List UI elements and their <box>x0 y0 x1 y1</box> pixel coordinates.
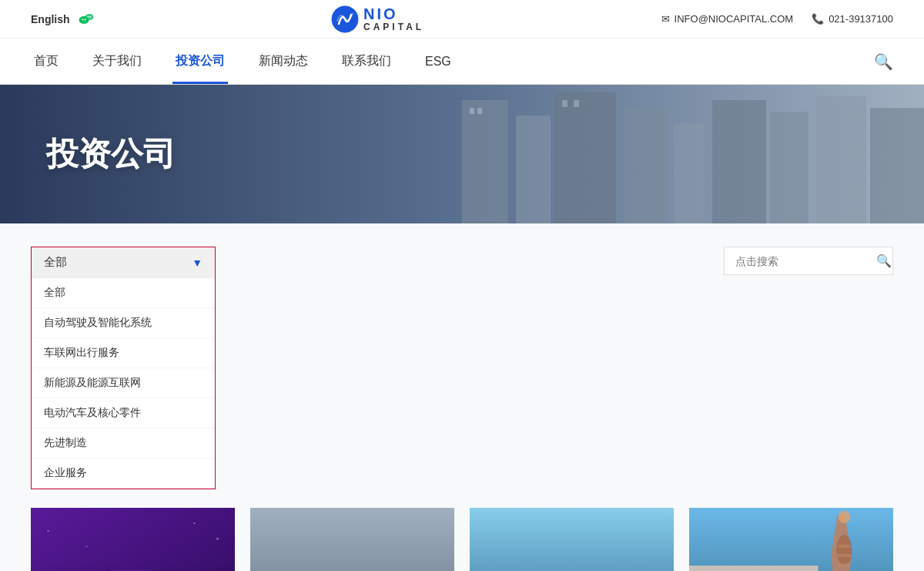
svg-point-73 <box>837 535 852 566</box>
main-content: 全部 ▼ 全部 自动驾驶及智能化系统 车联网出行服务 新能源及能源互联网 电动汽… <box>0 223 924 571</box>
svg-point-3 <box>85 14 93 20</box>
svg-point-35 <box>194 522 196 524</box>
card-1[interactable]: 研发自动驾驶、智能新能源技术和物流大数据智能重卡车 <box>31 508 235 571</box>
dropdown-selected[interactable]: 全部 ▼ <box>32 247 215 277</box>
svg-rect-15 <box>816 96 866 223</box>
svg-point-34 <box>86 546 88 547</box>
nav-bar: 首页 关于我们 投资公司 新闻动态 联系我们 ESG 🔍 <box>0 39 924 85</box>
svg-rect-9 <box>516 116 551 223</box>
svg-rect-51 <box>470 508 674 571</box>
dropdown-arrow-icon: ▼ <box>192 257 203 269</box>
phone-icon: 📞 <box>812 13 824 25</box>
svg-rect-18 <box>477 108 482 114</box>
svg-point-32 <box>48 530 49 532</box>
svg-rect-12 <box>674 123 705 223</box>
nav-esg[interactable]: ESG <box>422 39 454 84</box>
card-image-4: 奥动新能源 <box>689 508 893 571</box>
svg-rect-80 <box>689 566 819 571</box>
wechat-icon[interactable] <box>78 11 95 28</box>
nav-home[interactable]: 首页 <box>31 39 62 84</box>
svg-point-5 <box>89 15 91 17</box>
svg-rect-8 <box>462 100 508 223</box>
search-icon[interactable]: 🔍 <box>876 254 892 268</box>
svg-rect-71 <box>689 508 893 571</box>
category-dropdown[interactable]: 全部 ▼ 全部 自动驾驶及智能化系统 车联网出行服务 新能源及能源互联网 电动汽… <box>31 247 216 489</box>
dropdown-list: 全部 自动驾驶及智能化系统 车联网出行服务 新能源及能源互联网 电动汽车及核心零… <box>32 277 215 489</box>
svg-point-4 <box>87 15 89 17</box>
phone-contact: 📞 021-39137100 <box>812 13 893 25</box>
card-image-3: pony ai 小马智行 <box>470 508 674 571</box>
svg-rect-13 <box>712 100 766 223</box>
capital-text: CAPITAL <box>363 22 424 32</box>
nav-links: 首页 关于我们 投资公司 新闻动态 联系我们 ESG <box>31 39 454 84</box>
svg-rect-16 <box>870 108 924 223</box>
dropdown-option-4[interactable]: 电动汽车及核心零件 <box>32 398 215 428</box>
card-4[interactable]: 奥动新能源 新能源汽车换电技术和解决方案提供方 <box>689 508 893 571</box>
dropdown-option-0[interactable]: 全部 <box>32 278 215 308</box>
svg-rect-20 <box>574 100 579 107</box>
language-label[interactable]: English <box>31 13 70 25</box>
top-bar: English NIO CAPITAL ✉ <box>0 0 924 39</box>
dropdown-value: 全部 <box>44 255 67 270</box>
search-box[interactable]: 🔍 <box>724 247 893 275</box>
nav-contact[interactable]: 联系我们 <box>339 39 394 84</box>
nio-logo-icon <box>331 5 359 33</box>
svg-rect-76 <box>839 563 851 566</box>
email-contact: ✉ INFO@NIOCAPITAL.COM <box>661 13 794 25</box>
svg-rect-74 <box>839 545 851 548</box>
email-address[interactable]: INFO@NIOCAPITAL.COM <box>675 13 794 25</box>
cards-grid: 研发自动驾驶、智能新能源技术和物流大数据智能重卡车 <box>31 508 893 571</box>
svg-rect-19 <box>562 100 567 107</box>
dropdown-option-1[interactable]: 自动驾驶及智能化系统 <box>32 308 215 338</box>
svg-rect-36 <box>250 508 454 571</box>
filter-search-row: 全部 ▼ 全部 自动驾驶及智能化系统 车联网出行服务 新能源及能源互联网 电动汽… <box>31 247 893 489</box>
hero-title: 投资公司 <box>46 133 176 176</box>
svg-rect-11 <box>624 108 666 223</box>
card-3[interactable]: pony ai 小马智行 致力于构建安全、先进、可靠的自动驾驶技术 <box>470 508 674 571</box>
email-icon: ✉ <box>661 13 670 25</box>
dropdown-option-2[interactable]: 车联网出行服务 <box>32 338 215 368</box>
top-bar-left: English <box>31 11 95 28</box>
svg-rect-10 <box>554 92 616 223</box>
nav-news[interactable]: 新闻动态 <box>256 39 311 84</box>
svg-point-2 <box>84 18 85 20</box>
contact-info: ✉ INFO@NIOCAPITAL.COM 📞 021-39137100 <box>661 13 893 25</box>
hero-banner: 投资公司 <box>0 85 924 223</box>
nav-about[interactable]: 关于我们 <box>89 39 145 84</box>
search-input[interactable] <box>735 255 870 267</box>
dropdown-option-6[interactable]: 企业服务 <box>32 458 215 489</box>
svg-rect-21 <box>31 508 235 571</box>
svg-rect-17 <box>470 108 474 114</box>
nio-text: NIO <box>363 5 424 22</box>
nav-search-icon[interactable]: 🔍 <box>874 52 893 71</box>
logo-area[interactable]: NIO CAPITAL <box>331 5 424 33</box>
card-image-1 <box>31 508 235 571</box>
svg-rect-14 <box>770 112 808 223</box>
card-image-2: Momenta <box>250 508 454 571</box>
svg-point-1 <box>82 18 83 20</box>
card-2[interactable]: Momenta 致力于通过突破性的AI技术，创造更美好的生活 <box>250 508 454 571</box>
phone-number[interactable]: 021-39137100 <box>829 13 893 25</box>
svg-point-78 <box>839 511 851 523</box>
dropdown-option-3[interactable]: 新能源及能源互联网 <box>32 368 215 398</box>
svg-rect-75 <box>838 554 852 557</box>
nav-portfolio[interactable]: 投资公司 <box>172 39 228 84</box>
dropdown-option-5[interactable]: 先进制造 <box>32 428 215 458</box>
svg-point-33 <box>216 538 219 540</box>
